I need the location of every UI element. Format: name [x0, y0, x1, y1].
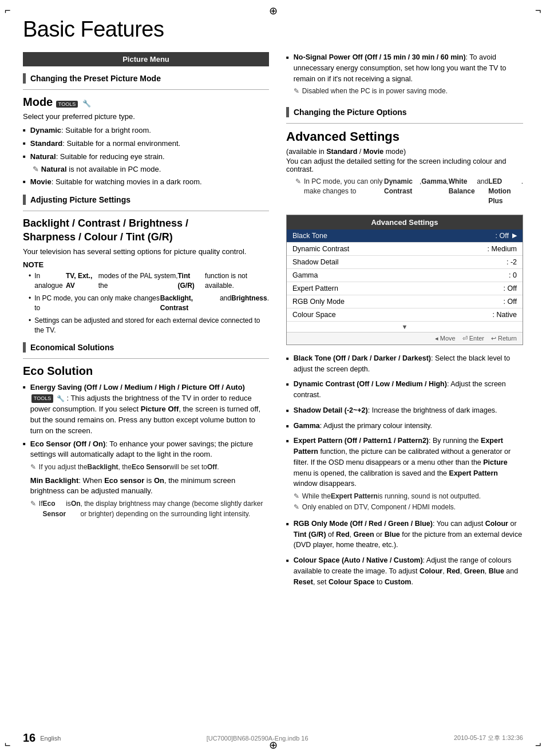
section-bar-2: [23, 195, 26, 205]
section-adjusting: Adjusting Picture Settings: [23, 195, 269, 205]
adv-value: : Off: [504, 284, 517, 292]
list-item: Movie: Suitable for watching movies in a…: [23, 177, 269, 188]
adv-value: : Off: [504, 298, 517, 306]
section-bar: [23, 73, 26, 84]
mode-lead: Select your preferred picture type.: [23, 112, 269, 121]
list-item: Settings can be adjusted and stored for …: [29, 316, 269, 336]
no-signal-block: No-Signal Power Off (Off / 15 min / 30 m…: [286, 52, 523, 98]
adv-value: : Medium: [488, 245, 517, 253]
eco-note-2: If Eco Sensor is On, the display brightn…: [30, 499, 269, 519]
tools-badge: TOOLS: [56, 101, 78, 108]
adv-row-expert-pattern[interactable]: Expert Pattern : Off: [287, 282, 523, 295]
tools-icon: 🔧: [82, 100, 91, 108]
adv-value: : Off ▶: [496, 232, 517, 240]
footer-move: ◂Move: [435, 335, 456, 342]
list-item: Eco Sensor (Off / On): To enhance your p…: [23, 439, 269, 521]
adv-subtext2: You can adjust the detailed setting for …: [286, 157, 523, 173]
list-item: Shadow Detail (-2~+2): Increase the brig…: [286, 405, 523, 416]
advanced-settings-section: Advanced Settings (available in Standard…: [286, 129, 523, 207]
adv-row-dynamic-contrast[interactable]: Dynamic Contrast : Medium: [287, 243, 523, 256]
adv-row-shadow-detail[interactable]: Shadow Detail : -2: [287, 256, 523, 269]
eco-heading: Eco Solution: [23, 365, 269, 378]
list-item: Gamma: Adjust the primary colour intensi…: [286, 421, 523, 432]
eco-list: Energy Saving (Off / Low / Medium / High…: [23, 382, 269, 520]
note-list: In analogue TV, Ext., AV modes of the PA…: [29, 271, 269, 335]
section-title-adjust: Adjusting Picture Settings: [30, 195, 130, 204]
footer-return: ↩Return: [491, 335, 517, 342]
note-box-title: NOTE: [23, 260, 269, 269]
section-bar-3: [23, 342, 26, 353]
min-backlight-block: Min Backlight: When Eco sensor is On, th…: [30, 476, 269, 497]
no-signal-note: Disabled when the PC is in power saving …: [294, 86, 523, 96]
list-item: In analogue TV, Ext., AV modes of the PA…: [29, 271, 269, 291]
section-changing-preset: Changing the Preset Picture Mode: [23, 73, 269, 84]
right-column: No-Signal Power Off (Off / 15 min / 30 m…: [286, 52, 523, 593]
list-item: Black Tone (Off / Dark / Darker / Darkes…: [286, 353, 523, 375]
tools-fn-icon: 🔧: [57, 395, 65, 402]
list-item: Natural: Suitable for reducing eye strai…: [23, 152, 269, 175]
corner-mark-br: ⌐: [535, 739, 541, 751]
adv-label: Gamma: [292, 271, 318, 279]
adv-label: RGB Only Mode: [292, 298, 345, 306]
adv-arrow-icon: ▶: [512, 232, 517, 239]
adv-note1: In PC mode, you can only make changes to…: [295, 177, 523, 207]
adv-value: : -2: [507, 258, 517, 266]
section-title-eco: Economical Solutions: [30, 343, 114, 352]
mode-section: Mode TOOLS 🔧 Select your preferred pictu…: [23, 96, 269, 188]
footer-enter: ⏎Enter: [462, 335, 484, 342]
list-item: Dynamic Contrast (Off / Low / Medium / H…: [286, 379, 523, 401]
backlight-lead: Your television has several setting opti…: [23, 247, 269, 256]
corner-mark-tr: ⌐: [535, 5, 541, 17]
list-item: Standard: Suitable for a normal environm…: [23, 138, 269, 149]
adv-value: : 0: [509, 271, 517, 279]
backlight-heading: Backlight / Contrast / Brightness /Sharp…: [23, 217, 269, 244]
list-item: In PC mode, you can only make changes to…: [29, 294, 269, 314]
center-mark-top: ⊕: [269, 5, 278, 17]
corner-mark-bl: ⌐: [5, 739, 11, 751]
footer-filename: [UC7000]BN68-02590A-Eng.indb 16: [207, 735, 308, 742]
tools-badge-eco: TOOLS: [31, 394, 53, 403]
page-title: Basic Features: [23, 17, 523, 42]
mode-list: Dynamic: Suitable for a bright room. Sta…: [23, 125, 269, 188]
adv-label: Colour Space: [292, 311, 336, 319]
adv-row-gamma[interactable]: Gamma : 0: [287, 269, 523, 282]
eco-section: Eco Solution Energy Saving (Off / Low / …: [23, 365, 269, 520]
expert-note-2: Only enabled on DTV, Component / HDMI mo…: [294, 502, 523, 512]
adv-subtext1: (available in Standard / Movie mode): [286, 148, 523, 156]
list-item: Expert Pattern (Off / Pattern1 / Pattern…: [286, 436, 523, 514]
adv-label: Shadow Detail: [292, 258, 339, 266]
list-item: Energy Saving (Off / Low / Medium / High…: [23, 382, 269, 436]
page-lang: English: [40, 735, 61, 742]
adv-row-colour-space[interactable]: Colour Space : Native: [287, 308, 523, 322]
expert-note-1: While the Expert Pattern is running, sou…: [294, 492, 523, 501]
footer-date: 2010-05-17 오후 1:32:36: [454, 734, 523, 742]
section-economical: Economical Solutions: [23, 342, 269, 353]
backlight-section: Backlight / Contrast / Brightness /Sharp…: [23, 217, 269, 335]
adv-footer: ◂Move ⏎Enter ↩Return: [287, 332, 523, 345]
adv-label: Black Tone: [292, 232, 327, 240]
center-mark-bottom: ⊕: [269, 739, 278, 751]
list-item: Dynamic: Suitable for a bright room.: [23, 125, 269, 136]
adv-value: : Native: [493, 311, 517, 319]
section-change-pic: Changing the Picture Options: [286, 107, 523, 117]
adv-heading: Advanced Settings: [286, 129, 523, 144]
page-number: 16: [23, 731, 35, 745]
list-item: RGB Only Mode (Off / Red / Green / Blue)…: [286, 518, 523, 551]
left-column: Picture Menu Changing the Preset Picture…: [23, 52, 269, 593]
main-content: Picture Menu Changing the Preset Picture…: [23, 52, 523, 593]
mode-heading: Mode: [23, 96, 53, 108]
right-bullets: Black Tone (Off / Dark / Darker / Darkes…: [286, 353, 523, 588]
adv-row-rgb-only[interactable]: RGB Only Mode : Off: [287, 295, 523, 308]
section-title-change-pic: Changing the Picture Options: [294, 108, 407, 117]
section-bar-4: [286, 107, 289, 117]
eco-note: If you adjust the Backlight, the Eco Sen…: [30, 462, 269, 472]
adv-label: Dynamic Contrast: [292, 245, 349, 253]
section-title-preset: Changing the Preset Picture Mode: [30, 74, 161, 83]
corner-mark-tl: ⌐: [5, 5, 11, 17]
picture-menu-header: Picture Menu: [23, 52, 269, 66]
adv-label: Expert Pattern: [292, 284, 338, 292]
adv-row-black-tone[interactable]: Black Tone : Off ▶: [287, 229, 523, 243]
page: ⌐ ⌐ ⊕ Basic Features Picture Menu Changi…: [0, 0, 546, 756]
advanced-settings-table: Advanced Settings Black Tone : Off ▶ Dyn…: [286, 215, 523, 345]
note-box: NOTE In analogue TV, Ext., AV modes of t…: [23, 260, 269, 335]
